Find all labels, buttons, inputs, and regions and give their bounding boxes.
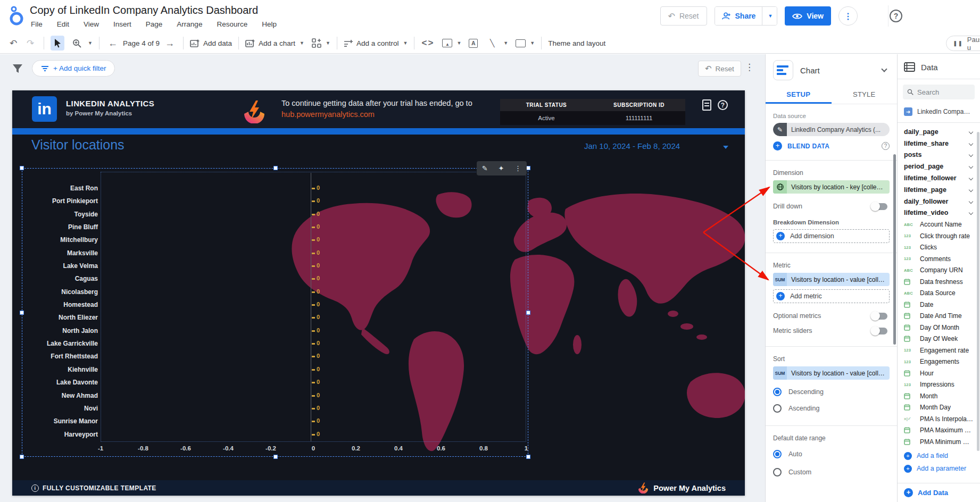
chevron-down-icon[interactable] [969, 141, 973, 145]
add-field-button[interactable]: + Add a field [898, 449, 980, 462]
add-chart-button[interactable]: Add a chart ▼ [245, 39, 304, 48]
resize-handle-ne[interactable] [526, 166, 530, 170]
add-parameter-button[interactable]: + Add a parameter [898, 462, 980, 475]
field-row[interactable]: x|✓ PMA Is Interpolated? [898, 413, 980, 425]
resize-handle-e[interactable] [526, 311, 530, 315]
menu-item[interactable]: Edit [57, 20, 69, 28]
next-page-button[interactable]: → [163, 36, 177, 51]
selected-chart[interactable]: ✎ ✦ ⋮ East Ron 0 Port Pinkieport [22, 168, 528, 457]
date-range-custom-option[interactable]: Custom [773, 468, 890, 476]
collection-row[interactable]: posts [898, 149, 980, 161]
reset-button[interactable]: ↶ Reset [660, 6, 707, 26]
more-options-button[interactable]: ⋮ [838, 6, 858, 26]
field-row[interactable]: PMA Maximum Cac... [898, 424, 980, 436]
chevron-down-icon[interactable] [969, 130, 973, 134]
filter-funnel-icon[interactable] [12, 63, 23, 74]
add-control-button[interactable]: Add a control ▼ [344, 39, 408, 47]
add-quick-filter-button[interactable]: + Add quick filter [32, 60, 115, 77]
page-indicator[interactable]: Page 4 of 9 [123, 39, 160, 47]
tab-style[interactable]: STYLE [832, 86, 898, 104]
menu-item[interactable]: Arrange [177, 20, 202, 28]
document-icon[interactable] [702, 99, 711, 111]
metric-sliders-toggle[interactable] [873, 328, 887, 334]
field-row[interactable]: 123 Engagement rate [898, 345, 980, 356]
canvas-more-button[interactable]: ⋮ [745, 62, 754, 73]
chevron-down-icon[interactable] [969, 164, 973, 169]
help-icon[interactable]: ? [882, 142, 890, 150]
field-row[interactable]: ABC Company URN [898, 264, 980, 276]
field-row[interactable]: Month [898, 390, 980, 402]
menu-item[interactable]: Resource [217, 20, 247, 28]
collection-row[interactable]: lifetime_follower [898, 172, 980, 184]
edit-pencil-icon[interactable]: ✎ [773, 123, 787, 136]
sort-metric-chip[interactable]: SUM Visitors by location - value [collec… [773, 366, 890, 380]
chevron-down-icon[interactable] [969, 176, 973, 180]
help-icon[interactable]: ? [890, 10, 902, 22]
add-data-button[interactable]: Add data [190, 39, 232, 48]
resize-handle-w[interactable] [20, 311, 24, 315]
field-row[interactable]: ABC Account Name [898, 219, 980, 230]
collection-row[interactable]: daily_page [898, 126, 980, 138]
field-row[interactable]: Day Of Month [898, 322, 980, 333]
zoom-tool-button[interactable] [70, 36, 84, 51]
metric-chip[interactable]: SUM Visitors by location - value [collec… [773, 273, 890, 286]
add-control-caret[interactable]: ▼ [403, 40, 408, 46]
resize-handle-n[interactable] [273, 166, 278, 170]
sort-ascending-option[interactable]: Ascending [773, 404, 890, 413]
date-range-auto-option[interactable]: Auto [773, 450, 890, 458]
search-input[interactable] [917, 88, 970, 96]
dashboard-help-icon[interactable]: ? [718, 100, 728, 110]
panel-scrollbar[interactable] [893, 154, 896, 345]
collection-row[interactable]: period_page [898, 161, 980, 172]
chevron-down-icon[interactable] [969, 211, 973, 215]
community-viz-button[interactable]: ▼ [312, 38, 330, 48]
resize-handle-se[interactable] [526, 455, 530, 459]
collection-row[interactable]: daily_follower [898, 196, 980, 207]
menu-item[interactable]: Page [146, 20, 163, 28]
tab-setup[interactable]: SETUP [766, 86, 832, 104]
field-row[interactable]: Date And Time [898, 310, 980, 322]
chart-more-icon[interactable]: ⋮ [514, 164, 521, 172]
add-line-button[interactable]: ╲▼ [485, 36, 508, 51]
field-row[interactable]: Month Day [898, 401, 980, 413]
dimension-chip[interactable]: Visitors by location - key [collection] [773, 180, 890, 194]
chevron-down-icon[interactable] [969, 153, 973, 157]
undo-button[interactable]: ↶ [6, 36, 20, 51]
resize-handle-sw[interactable] [20, 455, 24, 459]
chevron-down-icon[interactable] [969, 199, 973, 203]
collection-row[interactable]: lifetime_video [898, 207, 980, 219]
data-source-row[interactable]: ➜ LinkedIn Company An... [904, 107, 974, 116]
field-row[interactable]: ABC Data Source [898, 287, 980, 299]
report-title[interactable]: Copy of LinkedIn Company Analytics Dashb… [30, 4, 258, 16]
add-metric-button[interactable]: + Add metric [773, 289, 890, 303]
field-row[interactable]: 123 Impressions [898, 379, 980, 390]
resize-handle-nw[interactable] [20, 166, 24, 170]
field-row[interactable]: 123 Clicks [898, 241, 980, 253]
add-text-button[interactable]: A [469, 39, 478, 48]
add-chart-caret[interactable]: ▼ [300, 40, 304, 46]
share-button[interactable]: Share [715, 7, 762, 25]
date-range-caret[interactable] [723, 146, 728, 149]
menu-item[interactable]: File [31, 20, 43, 28]
field-row[interactable]: PMA Minimum Cac... [898, 436, 980, 448]
field-row[interactable]: 123 Comments [898, 253, 980, 265]
canvas-reset-button[interactable]: ↶ Reset [698, 61, 741, 77]
chevron-down-icon[interactable] [969, 188, 973, 192]
add-shape-button[interactable]: ▼ [516, 39, 535, 47]
field-row[interactable]: 123 Engagements [898, 356, 980, 367]
data-source-chip[interactable]: ✎ LinkedIn Company Analytics (... [773, 123, 890, 136]
collection-row[interactable]: lifetime_page [898, 184, 980, 196]
add-dimension-button[interactable]: + Add dimension [773, 229, 890, 243]
drill-down-toggle[interactable] [873, 203, 887, 210]
field-row[interactable]: Date [898, 299, 980, 311]
date-range-control[interactable]: Jan 10, 2024 - Feb 8, 2024 [584, 141, 680, 150]
field-row[interactable]: Data freshness [898, 276, 980, 288]
insights-sparkle-icon[interactable]: ✦ [498, 164, 504, 172]
chevron-down-icon[interactable] [881, 66, 887, 72]
menu-item[interactable]: Insert [113, 20, 131, 28]
add-data-button[interactable]: + Add Data [898, 483, 980, 502]
menu-item[interactable]: View [84, 20, 99, 28]
optional-metrics-toggle[interactable] [873, 313, 887, 320]
view-button[interactable]: View [785, 6, 831, 26]
sort-descending-option[interactable]: Descending [773, 388, 890, 396]
